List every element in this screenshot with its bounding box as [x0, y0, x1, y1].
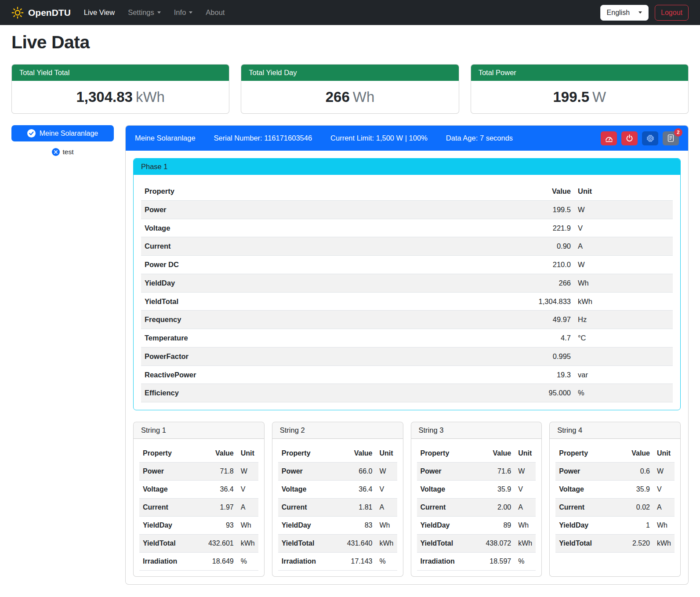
value-cell: 0.90 [400, 237, 574, 256]
unit-text: Wh [353, 89, 375, 105]
string-card-body: Property Value Unit Power0.6W Voltage35.… [550, 439, 680, 558]
sidebar-item-test[interactable]: test [11, 148, 114, 156]
table-header-row: Property Value Unit [555, 445, 675, 463]
value-cell: 36.4 [203, 481, 237, 499]
property-cell: Voltage [417, 481, 481, 499]
inverter-sidebar: Meine Solaranlage test [11, 125, 114, 156]
value-cell: 83 [342, 517, 376, 535]
string-table: Property Value Unit Power71.8W Voltage36… [139, 445, 258, 571]
column-header-unit: Unit [574, 182, 673, 200]
string-card-title: String 3 [411, 422, 542, 439]
nav-item-info[interactable]: Info [174, 8, 193, 17]
value-cell: 93 [203, 517, 237, 535]
sidebar-item-meine-solaranlage[interactable]: Meine Solaranlage [11, 125, 114, 141]
table-row: Current0.90A [141, 237, 673, 256]
property-cell: Power [141, 200, 400, 219]
string-2-card: String 2 Property Value Unit [272, 422, 403, 577]
value-cell: 210.0 [400, 256, 574, 274]
property-cell: PowerFactor [141, 347, 400, 365]
unit-cell: W [376, 463, 397, 481]
inverter-name: Meine Solaranlage [135, 134, 196, 142]
inverter-card: Meine Solaranlage Serial Number: 1161716… [125, 125, 689, 585]
table-row: Voltage36.4V [139, 481, 258, 499]
property-cell: ReactivePower [141, 365, 400, 384]
value-cell: 266 [400, 274, 574, 292]
limit-settings-button[interactable] [601, 131, 617, 145]
unit-cell: kWh [237, 535, 258, 553]
value-cell: 36.4 [342, 481, 376, 499]
unit-cell: % [237, 553, 258, 571]
string-card-title: String 4 [550, 422, 680, 439]
device-info-button[interactable] [642, 131, 658, 145]
value-cell: 4.7 [400, 329, 574, 347]
table-row: Temperature4.7°C [141, 329, 673, 347]
page-title: Live Data [11, 32, 689, 53]
value-cell: 431.640 [342, 535, 376, 553]
value-cell: 0.995 [400, 347, 574, 365]
nav-item-about[interactable]: About [206, 8, 225, 17]
value-cell: 1.97 [203, 499, 237, 517]
inverter-card-body: Phase 1 Property Value Unit [126, 151, 688, 584]
property-cell: YieldTotal [278, 535, 342, 553]
table-row: YieldTotal2.520kWh [555, 535, 675, 553]
value-cell: 2.520 [619, 535, 653, 553]
value-cell: 18.597 [480, 553, 515, 571]
brand-label: OpenDTU [28, 7, 71, 18]
event-log-button[interactable]: 2 [663, 131, 679, 145]
inverter-data-age: Data Age: 7 seconds [446, 134, 513, 142]
unit-cell: kWh [376, 535, 397, 553]
event-count-badge: 2 [674, 128, 682, 137]
value-cell: 0.02 [619, 499, 653, 517]
unit-text: kWh [136, 89, 165, 105]
unit-cell: kWh [515, 535, 536, 553]
unit-cell: Wh [237, 517, 258, 535]
property-cell: YieldDay [139, 517, 203, 535]
strings-row: String 1 Property Value Unit [133, 422, 681, 577]
value-cell: 438.072 [480, 535, 515, 553]
inverter-serial: Serial Number: 116171603546 [214, 134, 312, 142]
table-row: Irradiation18.597% [417, 553, 536, 571]
table-header-row: Property Value Unit [141, 182, 673, 200]
table-row: YieldTotal431.640kWh [278, 535, 397, 553]
unit-cell: A [574, 237, 673, 256]
unit-cell: kWh [574, 292, 673, 311]
x-circle-icon [52, 148, 60, 156]
logout-button[interactable]: Logout [655, 5, 689, 21]
value-cell: 1 [619, 517, 653, 535]
property-cell: YieldDay [417, 517, 481, 535]
property-cell: Frequency [141, 311, 400, 329]
property-cell: Efficiency [141, 384, 400, 402]
page-container: Live Data Total Yield Total 1,304.83kWh … [0, 32, 700, 597]
phase-1-panel: Phase 1 Property Value Unit [133, 158, 681, 410]
property-cell: Power [139, 463, 203, 481]
property-cell: Current [417, 499, 481, 517]
unit-cell: V [237, 481, 258, 499]
value-cell: 1.81 [342, 499, 376, 517]
nav-item-live-view[interactable]: Live View [84, 8, 115, 17]
power-control-button[interactable] [621, 131, 638, 145]
string-table: Property Value Unit Power0.6W Voltage35.… [555, 445, 675, 553]
table-row: YieldDay266Wh [141, 274, 673, 292]
column-header-property: Property [141, 182, 400, 200]
navbar: OpenDTU Live View Settings Info About En… [0, 0, 700, 25]
unit-cell: A [515, 499, 536, 517]
language-select[interactable]: English [600, 5, 649, 21]
value-cell: 221.9 [400, 219, 574, 237]
property-cell: Irradiation [278, 553, 342, 571]
brand[interactable]: OpenDTU [11, 7, 71, 19]
value-cell: 17.143 [342, 553, 376, 571]
value-cell: 0.6 [619, 463, 653, 481]
unit-cell: % [376, 553, 397, 571]
property-cell: Voltage [278, 481, 342, 499]
property-cell: YieldTotal [417, 535, 481, 553]
nav-links: Live View Settings Info About [84, 8, 225, 17]
property-cell: YieldTotal [141, 292, 400, 311]
column-header-value: Value [619, 445, 653, 463]
property-cell: Irradiation [417, 553, 481, 571]
table-row: Current1.97A [139, 499, 258, 517]
nav-item-settings[interactable]: Settings [128, 8, 161, 17]
inverter-card-header: Meine Solaranlage Serial Number: 1161716… [126, 126, 688, 151]
value-cell: 432.601 [203, 535, 237, 553]
string-3-card: String 3 Property Value Unit [411, 422, 542, 577]
table-row: Voltage36.4V [278, 481, 397, 499]
